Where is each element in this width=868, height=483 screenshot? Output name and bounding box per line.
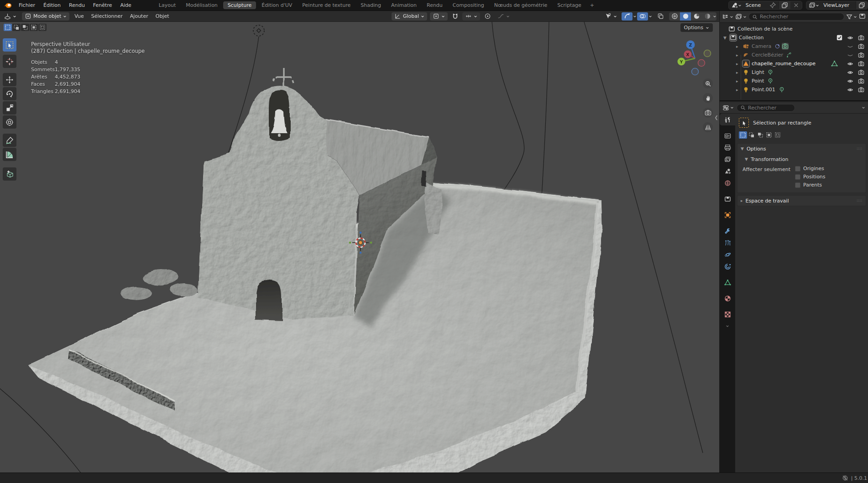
row-point-001[interactable]: ▸ Point.001 (720, 85, 868, 94)
new-collection-button[interactable] (859, 13, 866, 21)
shading-solid-button[interactable] (680, 12, 691, 21)
options-dropdown[interactable]: Options (680, 23, 713, 32)
axis-handle-y-neg[interactable] (370, 242, 372, 244)
tab-collection[interactable] (720, 193, 735, 205)
row-collection[interactable]: ▼ Collection (720, 33, 868, 42)
hide-eye-closed-icon[interactable] (847, 52, 853, 58)
menu-help[interactable]: Aide (116, 0, 135, 11)
render-visibility-icon[interactable] (858, 52, 864, 58)
tool-add-cube[interactable] (3, 167, 16, 181)
menu-render[interactable]: Rendu (65, 0, 89, 11)
tab-output[interactable] (720, 141, 735, 153)
proportional-falloff-dropdown[interactable] (495, 12, 512, 21)
gizmo-x-neg-ball[interactable] (698, 60, 705, 67)
checkbox-box[interactable] (795, 182, 800, 188)
tab-render[interactable] (720, 130, 735, 141)
tool-transform[interactable] (3, 115, 16, 129)
expand-icon[interactable]: ▸ (736, 62, 743, 66)
tab-sculpting[interactable]: Sculpture (223, 1, 256, 9)
render-visibility-icon[interactable] (858, 78, 864, 84)
hide-eye-icon[interactable] (847, 61, 853, 67)
row-scene-collection[interactable]: Collection de la scène (720, 25, 868, 33)
proportional-editing-toggle[interactable] (482, 12, 493, 21)
row-chapelle[interactable]: ▸ chapelle_roume_decoupe (720, 59, 868, 68)
hide-eye-closed-icon[interactable] (847, 43, 853, 50)
tabs-overflow-icon[interactable] (726, 324, 729, 328)
menu-object[interactable]: Objet (152, 13, 173, 19)
shading-material-button[interactable] (691, 12, 702, 21)
menu-file[interactable]: Fichier (15, 0, 39, 11)
gizmo-dropdown-icon[interactable] (633, 15, 637, 18)
collection-checkbox[interactable] (837, 35, 842, 41)
row-cerclebezier[interactable]: ▸ CercleBézier (720, 51, 868, 59)
tab-shading[interactable]: Shading (356, 1, 386, 9)
panel-grip-icon[interactable]: ∷∷ (857, 147, 863, 151)
menu-window[interactable]: Fenêtre (89, 0, 116, 11)
tab-view-layer[interactable] (720, 153, 735, 165)
tab-texture-paint[interactable]: Peinture de texture (298, 1, 355, 9)
tool-measure[interactable] (3, 148, 16, 161)
outliner-type-button[interactable] (722, 13, 733, 20)
panel-grip-icon[interactable]: ∷∷ (857, 199, 863, 203)
hide-eye-icon[interactable] (847, 78, 853, 84)
row-point[interactable]: ▸ Point (720, 77, 868, 85)
tab-constraints[interactable] (720, 260, 735, 272)
menu-add[interactable]: Ajouter (126, 13, 152, 19)
select-mode-subtract[interactable] (756, 131, 764, 139)
tab-layout[interactable]: Layout (154, 1, 180, 9)
pin-scene-icon[interactable] (767, 1, 779, 9)
editor-type-button[interactable] (1, 12, 19, 21)
tab-uv-editing[interactable]: Édition d'UV (257, 1, 297, 9)
gizmo-y-neg-ball[interactable] (704, 50, 711, 57)
hide-eye-icon[interactable] (847, 69, 853, 76)
snap-toggle[interactable] (450, 12, 460, 21)
delete-scene-icon[interactable] (790, 1, 802, 9)
render-visibility-icon[interactable] (858, 69, 864, 76)
checkbox-box[interactable] (795, 166, 800, 171)
curve-data-badge-icon[interactable] (786, 52, 792, 58)
tab-animation[interactable]: Animation (387, 1, 421, 9)
expand-icon[interactable]: ▸ (736, 44, 743, 49)
tab-tool[interactable] (720, 114, 735, 125)
region-collapse-arrow[interactable]: ❮ (715, 115, 718, 120)
properties-type-button[interactable] (722, 104, 734, 111)
tab-object-data[interactable] (720, 276, 735, 288)
properties-search-input[interactable]: Rechercher (737, 104, 795, 112)
transformation-subpanel-header[interactable]: ▼ Transformation (741, 155, 862, 164)
constraint-badge-icon[interactable] (774, 43, 780, 49)
hide-eye-icon[interactable] (847, 87, 853, 93)
checkbox-parents[interactable]: Parents (795, 182, 826, 188)
checkbox-locations[interactable]: Positions (795, 174, 826, 180)
mesh-data-badge-icon[interactable] (831, 60, 838, 67)
new-scene-button[interactable] (779, 1, 790, 9)
menu-select[interactable]: Sélectionner (88, 13, 126, 19)
shading-dropdown-icon[interactable] (713, 15, 716, 18)
tab-particles[interactable] (720, 237, 735, 249)
tool-rotate[interactable] (3, 87, 16, 100)
tab-scene[interactable] (720, 165, 735, 177)
axis-handle-z[interactable] (360, 232, 361, 234)
select-mode-extend[interactable] (12, 24, 21, 31)
tab-modifiers[interactable] (720, 225, 735, 237)
perspective-toggle-button[interactable] (703, 122, 713, 132)
render-visibility-icon[interactable] (858, 43, 864, 50)
new-view-layer-button[interactable] (856, 1, 868, 9)
light-data-badge-icon[interactable] (779, 87, 785, 93)
tab-world[interactable] (720, 177, 735, 189)
tab-material[interactable] (720, 292, 735, 304)
gizmo-z-neg-ball[interactable] (692, 68, 699, 75)
expand-icon[interactable]: ▸ (736, 53, 743, 57)
axis-handle-y[interactable] (349, 242, 351, 244)
pivot-point-dropdown[interactable] (430, 12, 448, 21)
expand-icon[interactable]: ▸ (736, 88, 743, 92)
axis-handle-z-neg[interactable] (360, 252, 361, 254)
select-mode-invert[interactable] (30, 24, 38, 31)
camera-view-button[interactable] (703, 108, 713, 118)
options-panel-header[interactable]: ▼ Options ∷∷ (737, 144, 866, 154)
tab-geometry-nodes[interactable]: Nœuds de géométrie (490, 1, 552, 9)
row-camera[interactable]: ▸ Camera (720, 42, 868, 51)
mode-dropdown[interactable]: Mode objet (22, 12, 69, 21)
render-visibility-icon[interactable] (858, 61, 864, 67)
checkbox-box[interactable] (795, 174, 800, 180)
tool-scale[interactable] (3, 101, 16, 114)
